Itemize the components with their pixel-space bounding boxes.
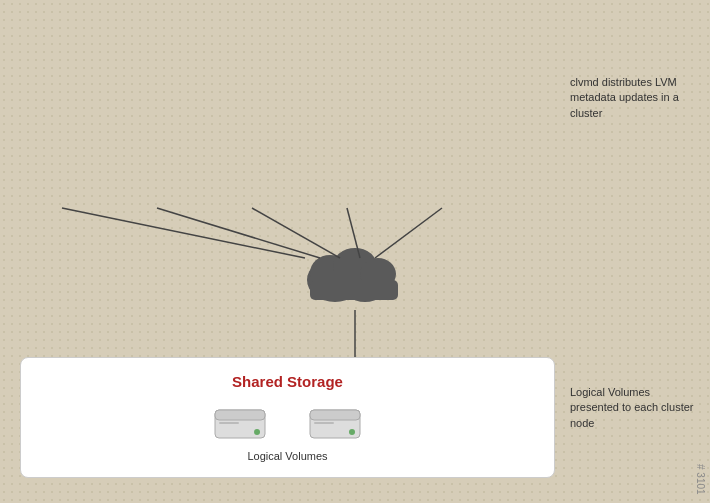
svg-rect-5	[310, 280, 398, 300]
svg-point-19	[254, 429, 260, 435]
annotation-logical-volumes: Logical Volumes presented to each cluste…	[570, 385, 700, 431]
drive-icon-1	[213, 402, 268, 442]
shared-storage-title: Shared Storage	[232, 373, 343, 390]
svg-rect-24	[314, 422, 334, 424]
drives-row	[213, 402, 363, 442]
watermark: # 3101	[695, 464, 706, 495]
logical-volumes-label: Logical Volumes	[247, 450, 327, 462]
cloud-icon	[300, 238, 410, 308]
svg-point-23	[349, 429, 355, 435]
annotation-clvmd: clvmd distributes LVM metadata updates i…	[570, 75, 700, 121]
shared-storage-box: Shared Storage Logical Volumes	[20, 357, 555, 478]
svg-rect-18	[215, 410, 265, 420]
drive-icon-2	[308, 402, 363, 442]
svg-rect-22	[310, 410, 360, 420]
svg-rect-20	[219, 422, 239, 424]
